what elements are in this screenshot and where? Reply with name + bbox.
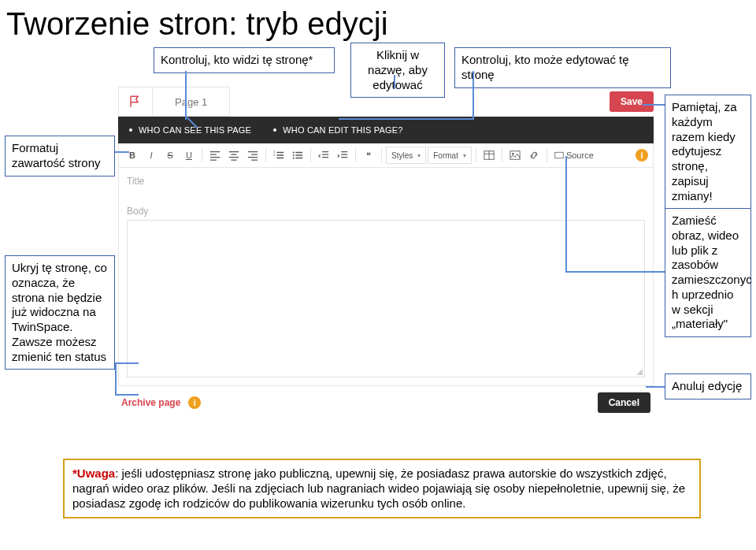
body-label: Body [119,198,653,217]
align-center-button[interactable] [225,147,243,164]
who-can-see-button[interactable]: WHO CAN SEE THIS PAGE [118,117,262,143]
format-toolbar: B I S U 12 ❝ Styles Format Source i [118,143,654,168]
align-right-button[interactable] [244,147,261,164]
link-button[interactable] [525,147,543,164]
anno-assets: Zamieść obraz, wideo lub plik z zasobów … [665,208,751,337]
anno-who-sees: Kontroluj, kto widzi tę stronę* [154,47,335,73]
list-ordered-button[interactable]: 12 [270,147,287,164]
toolbar-info-icon[interactable]: i [636,149,648,162]
align-left-button[interactable] [206,147,224,164]
warning-box: *Uwaga: jeśli udostępniasz stronę jako p… [63,459,701,518]
italic-button[interactable]: I [143,147,160,164]
svg-point-4 [293,157,295,158]
svg-point-3 [293,154,295,156]
image-button[interactable] [506,147,524,164]
source-button[interactable]: Source [551,147,597,164]
bold-button[interactable]: B [124,147,141,164]
slide-title: Tworzenie stron: tryb edycji [0,0,756,45]
anno-hide: Ukryj tę stronę, co oznacza, że strona n… [5,255,115,370]
underline-button[interactable]: U [180,147,198,164]
cancel-button[interactable]: Cancel [598,392,650,413]
outdent-button[interactable] [315,147,332,164]
save-button[interactable]: Save [610,91,654,112]
table-button[interactable] [480,147,498,164]
anno-click-name: Kliknij w nazwę, aby edytować [350,43,445,98]
archive-page-link[interactable]: Archive page [121,397,180,408]
anno-save: Pamiętaj, za każdym razem kiedy edytujes… [665,95,751,209]
styles-dropdown[interactable]: Styles [386,147,426,164]
svg-point-2 [293,151,295,153]
strike-button[interactable]: S [161,147,179,164]
svg-text:2: 2 [273,153,276,157]
indent-button[interactable] [334,147,351,164]
flag-icon [118,87,153,117]
anno-cancel: Anuluj edycję [665,373,751,399]
svg-rect-8 [555,152,564,158]
editor-panel: Page 1 Save WHO CAN SEE THIS PAGE WHO CA… [118,87,654,413]
svg-point-7 [512,153,514,155]
who-can-edit-button[interactable]: WHO CAN EDIT THIS PAGE? [262,117,414,143]
list-unordered-button[interactable] [289,147,306,164]
anno-who-edits: Kontroluj, kto może edytować tę stronę [454,47,671,88]
archive-info-icon[interactable]: i [188,396,201,409]
anno-format: Formatuj zawartość strony [5,136,115,177]
body-editor[interactable] [127,220,645,377]
title-label: Title [119,168,653,187]
format-dropdown[interactable]: Format [428,147,472,164]
quote-button[interactable]: ❝ [360,147,377,164]
page-tab[interactable]: Page 1 [153,87,230,117]
resize-handle-icon[interactable] [636,369,643,375]
